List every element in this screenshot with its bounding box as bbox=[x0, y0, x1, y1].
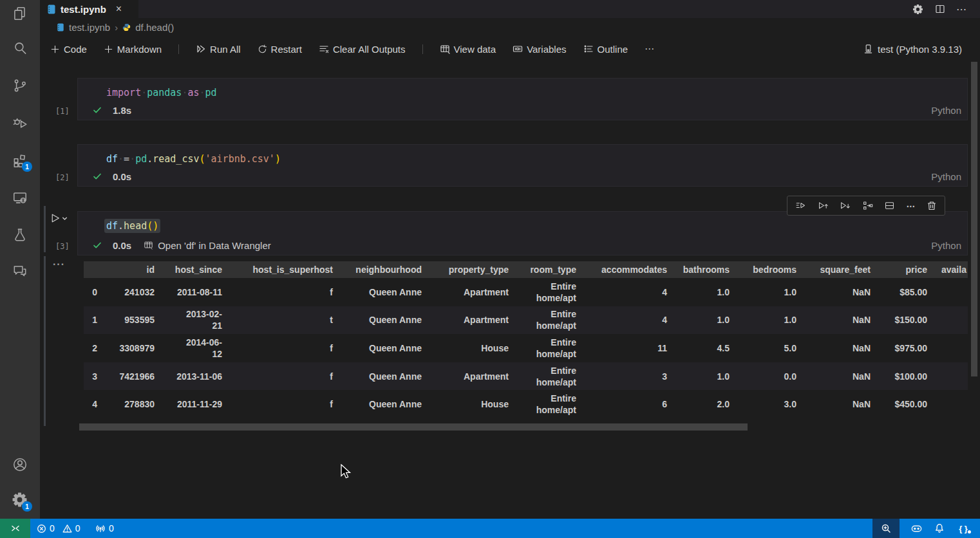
plus-icon bbox=[104, 44, 113, 54]
settings-badge: 1 bbox=[22, 501, 32, 512]
cell-focus-bar-code bbox=[44, 206, 46, 252]
problems-status[interactable]: 0 0 bbox=[37, 519, 80, 538]
run-debug-icon[interactable] bbox=[12, 115, 28, 132]
outline-button[interactable]: Outline bbox=[583, 44, 628, 55]
run-cell-button[interactable] bbox=[50, 212, 68, 224]
execute-above-icon[interactable] bbox=[795, 200, 806, 211]
warnings-icon bbox=[62, 524, 72, 533]
clear-outputs-icon bbox=[319, 44, 329, 54]
cell-language-picker[interactable]: Python bbox=[931, 105, 961, 116]
bell-icon bbox=[934, 523, 945, 533]
table-cell: t bbox=[227, 314, 337, 326]
toolbar-more-icon[interactable]: ⋯ bbox=[645, 43, 654, 55]
output-more-actions-icon[interactable]: ··· bbox=[53, 259, 65, 270]
breadcrumb-file[interactable]: test.ipynb bbox=[69, 22, 110, 33]
variables-icon bbox=[513, 44, 523, 54]
notifications-bell-button[interactable] bbox=[928, 519, 951, 538]
table-header-row: idhost_sincehost_is_superhostneighbourho… bbox=[84, 261, 968, 278]
table-cell: Apartment bbox=[426, 371, 513, 382]
restart-icon bbox=[258, 44, 267, 54]
table-cell: 953595 bbox=[102, 314, 159, 326]
table-cell: Apartment bbox=[426, 286, 513, 298]
kernel-picker[interactable]: test (Python 3.9.13) bbox=[863, 37, 962, 60]
table-cell: 1.0 bbox=[672, 371, 734, 382]
column-header: square_feet bbox=[801, 261, 875, 278]
column-header: availa bbox=[932, 261, 968, 278]
notebook-cell-1[interactable]: import·pandas·as·pd1.8sPython bbox=[77, 78, 968, 120]
split-cell-icon[interactable] bbox=[884, 200, 895, 211]
table-cell: NaN bbox=[801, 342, 875, 354]
copilot-status-button[interactable] bbox=[905, 519, 928, 538]
run-dropdown-chevron-icon[interactable] bbox=[62, 216, 68, 221]
cell-code[interactable]: df.head() bbox=[106, 219, 158, 233]
add-markdown-button[interactable]: Markdown bbox=[104, 44, 162, 55]
delete-cell-icon[interactable] bbox=[927, 200, 937, 211]
table-cell: Entire home/apt bbox=[513, 393, 581, 416]
column-header: neighbourhood bbox=[337, 261, 426, 278]
tab-test-ipynb[interactable]: test.ipynb × bbox=[40, 0, 138, 18]
cell-code[interactable]: import·pandas·as·pd bbox=[106, 86, 217, 100]
table-cell: 3.0 bbox=[734, 398, 801, 410]
table-cell: 4 bbox=[581, 314, 672, 326]
variables-button[interactable]: Variables bbox=[513, 44, 566, 55]
ports-count: 0 bbox=[109, 523, 114, 533]
table-cell: f bbox=[227, 398, 337, 410]
activity-bar: 1 1 bbox=[0, 0, 40, 519]
toolbar-separator bbox=[178, 44, 179, 54]
column-header: id bbox=[102, 261, 159, 278]
table-cell: Entire home/apt bbox=[513, 281, 581, 304]
table-cell: 2011-11-29 bbox=[159, 398, 227, 410]
remote-icon bbox=[10, 523, 21, 533]
column-header: host_since bbox=[159, 261, 227, 278]
execute-cells-above-icon[interactable] bbox=[818, 200, 829, 211]
settings-gear-icon[interactable]: 1 bbox=[12, 492, 28, 508]
split-editor-icon[interactable] bbox=[931, 0, 949, 18]
execute-cell-and-below-icon[interactable] bbox=[840, 200, 851, 211]
source-control-icon[interactable] bbox=[12, 77, 28, 94]
notebook-cell-2[interactable]: df·=·pd.read_csv('airbnb.csv')0.0sPython bbox=[77, 144, 968, 187]
testing-icon[interactable] bbox=[12, 227, 28, 243]
column-header: host_is_superhost bbox=[227, 261, 337, 278]
table-cell: $100.00 bbox=[875, 371, 932, 382]
table-cell: 1 bbox=[84, 314, 102, 326]
data-wrangler-action[interactable]: Open 'df' in Data Wrangler bbox=[158, 240, 271, 251]
ports-status[interactable]: 0 bbox=[95, 519, 114, 538]
restart-button[interactable]: Restart bbox=[258, 44, 302, 55]
table-cell: 2011-08-11 bbox=[159, 286, 227, 298]
cell-more-actions-icon[interactable]: ⋯ bbox=[907, 201, 916, 211]
success-check-icon bbox=[93, 172, 102, 181]
add-code-button[interactable]: Code bbox=[50, 44, 87, 55]
remote-explorer-icon[interactable] bbox=[12, 189, 28, 206]
account-icon[interactable] bbox=[12, 456, 28, 473]
extensions-icon[interactable]: 1 bbox=[12, 152, 28, 169]
cell-code[interactable]: df·=·pd.read_csv('airbnb.csv') bbox=[106, 153, 281, 166]
cell-duration: 0.0s bbox=[113, 240, 131, 251]
view-data-button[interactable]: View data bbox=[440, 44, 496, 55]
table-cell: 0 bbox=[84, 286, 102, 298]
editor-settings-gear-icon[interactable] bbox=[909, 0, 927, 18]
table-cell: 2 bbox=[84, 342, 102, 354]
table-cell: f bbox=[227, 342, 337, 354]
zoom-status-button[interactable] bbox=[872, 519, 900, 538]
language-status-button[interactable]: { } bbox=[951, 519, 975, 538]
move-cell-icon[interactable] bbox=[862, 200, 873, 211]
explorer-icon[interactable] bbox=[12, 5, 28, 22]
cell-language-picker[interactable]: Python bbox=[931, 240, 961, 251]
tab-bar: test.ipynb × ⋯ bbox=[40, 0, 980, 18]
table-horizontal-scrollbar[interactable] bbox=[79, 423, 748, 431]
table-cell: 1.0 bbox=[672, 314, 734, 326]
editor-vertical-scrollbar[interactable] bbox=[971, 62, 977, 376]
search-icon[interactable] bbox=[12, 40, 28, 57]
table-row: 42788302011-11-29fQueen AnneHouseEntire … bbox=[84, 390, 968, 418]
tab-more-actions-icon[interactable]: ⋯ bbox=[952, 0, 970, 18]
cell-language-picker[interactable]: Python bbox=[931, 171, 961, 182]
remote-indicator[interactable] bbox=[0, 519, 30, 538]
tab-close-icon[interactable]: × bbox=[116, 3, 122, 15]
comments-icon[interactable] bbox=[12, 263, 28, 279]
cell-status-bar: 0.0s bbox=[93, 170, 131, 183]
notebook-cell-3[interactable]: df.head()0.0sOpen 'df' in Data WranglerP… bbox=[77, 211, 968, 255]
run-all-button[interactable]: Run All bbox=[196, 44, 241, 55]
clear-all-outputs-button[interactable]: Clear All Outputs bbox=[319, 44, 406, 55]
breadcrumb-symbol[interactable]: df.head() bbox=[135, 22, 174, 33]
execution-count: [1] bbox=[55, 107, 70, 116]
